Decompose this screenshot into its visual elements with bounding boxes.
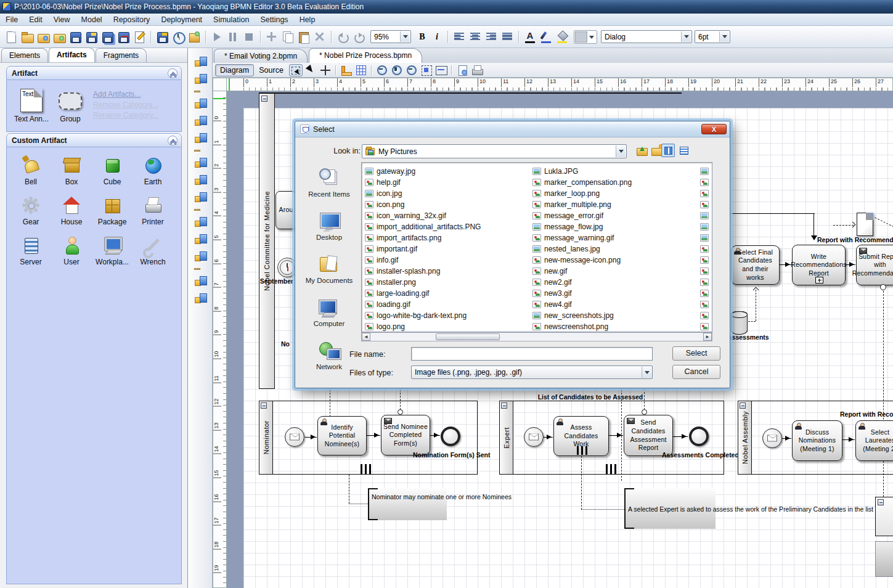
color-swatch-combo[interactable] [574, 30, 597, 44]
start-event-message[interactable] [524, 427, 544, 447]
custom-artifact-icon[interactable] [142, 235, 163, 256]
window-titlebar[interactable]: P:\2010-06-03\Nobel Prize\Nobel Prize Pr… [0, 0, 893, 14]
file-item[interactable]: logo-white-bg-dark-text.png [365, 310, 530, 321]
align-icon[interactable] [452, 30, 467, 44]
file-item[interactable]: newscreenshot.png [532, 321, 698, 332]
file-item[interactable]: help.gif [365, 177, 530, 188]
menu-item[interactable]: Edit [23, 14, 48, 25]
boundary-event[interactable] [398, 409, 403, 415]
file-item[interactable]: new-message-icon.png [532, 255, 698, 266]
file-item[interactable]: important.gif [365, 243, 530, 255]
alignment-tool-icon[interactable] [194, 207, 207, 212]
cancel-button[interactable]: Cancel [672, 365, 720, 379]
file-item[interactable]: sub [700, 288, 712, 299]
toolbar-icon[interactable] [148, 30, 153, 44]
palette-tab[interactable]: Artifacts [49, 47, 95, 62]
lane-expert-header[interactable]: Expert [500, 401, 513, 474]
toolbar-icon[interactable] [312, 30, 327, 44]
file-item[interactable]: info.gif [365, 255, 530, 266]
data-store-assessments[interactable] [731, 311, 748, 335]
alignment-tool-icon[interactable] [194, 292, 207, 305]
custom-artifact-icon[interactable] [102, 195, 123, 216]
custom-artifact-section-header[interactable]: Custom Artifact [6, 133, 182, 147]
source-view-button[interactable]: Source [255, 65, 288, 76]
file-item[interactable]: new_screenshots.jpg [532, 310, 698, 321]
toolbar-icon[interactable] [171, 30, 186, 44]
menu-item[interactable]: Help [294, 14, 321, 25]
place-button[interactable]: Desktop [300, 209, 358, 252]
file-list[interactable]: gateway.jpg help.gif icon.jpg icon.png i… [361, 162, 712, 332]
dialog-titlebar[interactable]: Select X [295, 121, 730, 137]
file-item[interactable]: new3.gif [532, 288, 698, 299]
menu-item[interactable]: Repository [108, 14, 156, 25]
custom-artifact-item[interactable]: Box [51, 155, 92, 186]
file-item[interactable]: sub [700, 321, 712, 332]
scrollbar-thumb[interactable] [436, 333, 500, 340]
file-item[interactable]: icon.jpg [365, 188, 530, 199]
end-event[interactable] [689, 427, 709, 446]
artifact-link[interactable]: Rename Category... [93, 111, 159, 120]
alignment-tool-icon[interactable] [194, 250, 207, 263]
pool-committee-header[interactable]: Nobel Committee for Medicine [259, 93, 275, 389]
file-item[interactable]: sm [700, 221, 712, 232]
custom-artifact-item[interactable]: Printer [133, 195, 173, 226]
custom-artifact-item[interactable]: Earth [133, 155, 173, 186]
alignment-tool-icon[interactable] [194, 232, 207, 246]
file-item[interactable]: large-loading.gif [365, 288, 530, 299]
file-item[interactable]: marker_compensation.png [532, 177, 698, 188]
file-item[interactable]: new2.gif [532, 277, 698, 288]
task-write-recommendations[interactable]: Write Recommendations Report [792, 245, 846, 285]
menu-item[interactable]: Simulation [208, 14, 255, 25]
menu-item[interactable]: Settings [255, 14, 293, 25]
toolbar-icon[interactable] [296, 30, 311, 44]
chevron-down-icon[interactable] [681, 31, 691, 42]
toolbar-icon[interactable] [328, 30, 334, 44]
file-item[interactable]: gateway.jpg [365, 166, 530, 177]
task-partially-hidden[interactable]: Arou [275, 191, 296, 229]
font-family-combo[interactable]: Dialog [601, 30, 692, 43]
file-item[interactable]: sna [700, 232, 712, 243]
diagram-tool-icon[interactable] [434, 64, 448, 76]
boundary-event[interactable] [642, 409, 647, 415]
close-button[interactable]: X [701, 124, 727, 134]
toolbar-icon[interactable] [155, 30, 169, 44]
custom-artifact-icon[interactable] [102, 155, 123, 176]
file-item[interactable]: logo.png [365, 321, 530, 332]
subprocess-plus-icon[interactable] [815, 277, 823, 284]
task-assess-candidates[interactable]: Assess Candidates Work [553, 416, 609, 456]
alignment-tool-icon[interactable] [194, 190, 207, 204]
scroll-right-icon[interactable]: ► [703, 333, 712, 341]
file-name-input[interactable] [411, 347, 653, 361]
collapsed-shape[interactable] [875, 541, 893, 577]
files-of-type-combo[interactable]: Image files (.png, .jpeg, .jpg, .gif) [411, 365, 653, 379]
custom-artifact-icon[interactable] [20, 155, 41, 176]
toolbar-icon[interactable] [52, 30, 67, 44]
artifact-section-header[interactable]: Artifact [6, 66, 182, 80]
custom-artifact-item[interactable]: House [51, 195, 92, 226]
toolbar-icon[interactable] [351, 30, 366, 44]
file-item[interactable]: sflo [700, 199, 712, 210]
custom-artifact-item[interactable]: Package [92, 195, 133, 226]
menu-item[interactable]: Deployment [155, 14, 208, 25]
editor-tab[interactable]: * Nobel Prize Process.bpmn [309, 48, 422, 63]
menu-item[interactable]: View [48, 14, 76, 25]
file-item[interactable]: new.gif [532, 266, 698, 277]
palette-tab[interactable]: Elements [1, 48, 48, 62]
task-select-laureates[interactable]: Select Laureates (Meeting 2) [855, 420, 893, 461]
file-item[interactable]: sub [700, 299, 712, 310]
bold-button[interactable]: B [416, 32, 428, 42]
zoom-combo[interactable]: 95% [370, 30, 411, 43]
place-button[interactable]: Computer [300, 295, 358, 338]
toolbar-icon[interactable] [100, 30, 115, 44]
file-item[interactable]: loading.gif [365, 299, 530, 310]
chevron-down-icon[interactable] [719, 31, 729, 42]
file-item[interactable]: spl [700, 255, 712, 266]
chevron-down-icon[interactable] [642, 367, 651, 378]
menu-item[interactable]: File [0, 14, 23, 25]
collapse-pool-icon[interactable] [261, 96, 267, 102]
file-item[interactable]: sub [700, 277, 712, 288]
toolbar-icon[interactable] [4, 30, 18, 44]
palette-tab[interactable]: Fragments [96, 48, 147, 62]
custom-artifact-item[interactable]: Cube [92, 155, 133, 186]
file-item[interactable]: message_error.gif [532, 210, 698, 221]
